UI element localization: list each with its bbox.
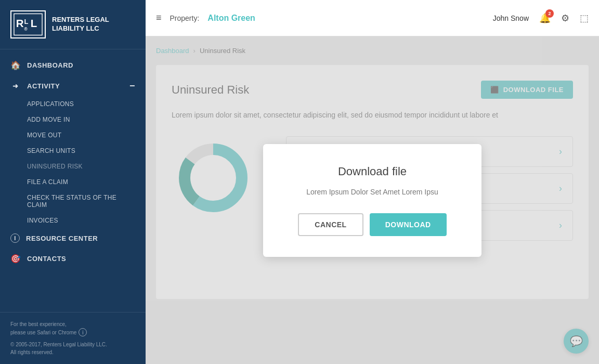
main-area: ≡ Property: Alton Green John Snow 🔔 2 ⚙ … [146,0,599,364]
svg-text:L: L [31,17,37,29]
notifications-button[interactable]: 🔔 2 [539,12,551,24]
sidebar-item-applications[interactable]: APPLICATIONS [0,96,146,112]
download-modal: Download file Lorem Ipsum Dolor Set Amet… [263,144,481,257]
sidebar-item-file-a-claim[interactable]: FILE A CLAIM [0,174,146,190]
svg-text:L: L [24,18,29,25]
property-label: Property: [170,14,200,22]
svg-text:®: ® [24,27,28,32]
info-circle-icon: i [10,233,20,243]
sidebar-item-invoices[interactable]: INVOICES [0,213,146,228]
activity-icon: ➜ [10,81,21,91]
logo-area: R L L ® RENTERS LEGAL LIABILITY LLC [0,0,146,49]
user-name: John Snow [493,14,529,22]
footer-info-icon: i [79,328,87,336]
sidebar-item-contacts[interactable]: 🎯 CONTACTS [0,248,146,269]
sidebar-item-check-status[interactable]: CHECK THE STATUS OF THE CLAIM [0,190,146,213]
sidebar-item-dashboard[interactable]: 🏠 DASHBOARD [0,55,146,75]
nav-section: 🏠 DASHBOARD ➜ ACTIVITY − APPLICATIONS AD… [0,49,146,312]
contacts-icon: 🎯 [10,253,21,264]
logout-icon[interactable]: ⬚ [580,12,589,24]
topbar: ≡ Property: Alton Green John Snow 🔔 2 ⚙ … [146,0,599,36]
modal-body: Lorem Ipsum Dolor Set Amet Lorem Ipsu [289,187,455,198]
sidebar-item-resource-center[interactable]: i RESOURCE CENTER [0,228,146,248]
collapse-icon: − [129,81,135,90]
sidebar-item-uninsured-risk[interactable]: UNINSURED RISK [0,159,146,174]
sidebar-item-add-move-in[interactable]: ADD MOVE IN [0,112,146,127]
download-button[interactable]: DOWNLOAD [370,213,447,236]
modal-actions: CANCEL DOWNLOAD [289,213,455,236]
cancel-button[interactable]: CANCEL [298,213,363,236]
topbar-right: John Snow 🔔 2 ⚙ ⬚ [493,12,589,24]
content-area: Dashboard › Uninsured Risk Uninsured Ris… [146,36,599,364]
logo-text: RENTERS LEGAL LIABILITY LLC [52,16,109,33]
svg-text:R: R [16,17,24,29]
sidebar-item-move-out[interactable]: MOVE OUT [0,127,146,143]
notification-badge: 2 [545,9,554,18]
sidebar-item-search-units[interactable]: SEARCH UNITS [0,143,146,159]
sidebar-item-activity[interactable]: ➜ ACTIVITY − [0,75,146,96]
property-name[interactable]: Alton Green [207,14,255,23]
settings-icon[interactable]: ⚙ [561,12,569,24]
logo-box: R L L ® [10,10,46,38]
home-icon: 🏠 [10,60,21,70]
modal-title: Download file [289,165,455,178]
sidebar-footer: For the best experience, please use Safa… [0,312,146,364]
sidebar: R L L ® RENTERS LEGAL LIABILITY LLC 🏠 DA… [0,0,146,364]
sub-nav: APPLICATIONS ADD MOVE IN MOVE OUT SEARCH… [0,96,146,228]
filter-icon[interactable]: ≡ [156,12,162,23]
modal-overlay: Download file Lorem Ipsum Dolor Set Amet… [146,36,599,364]
